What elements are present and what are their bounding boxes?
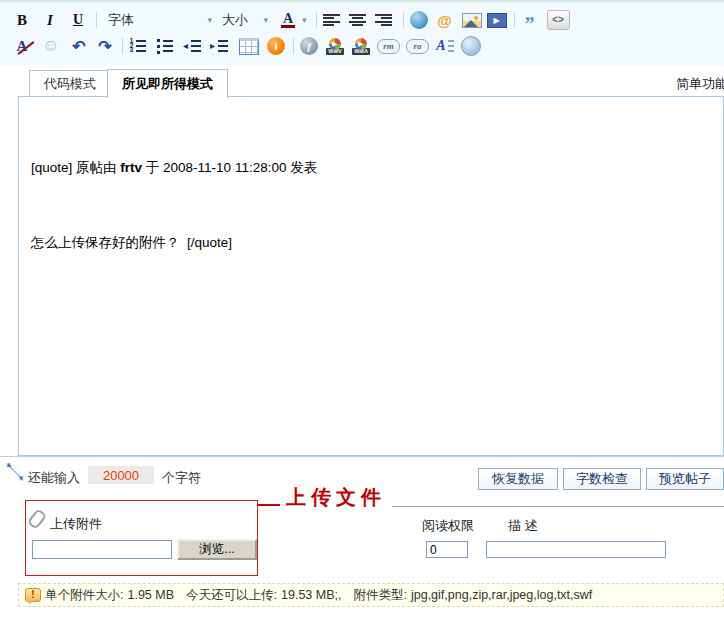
unordered-list-icon	[157, 39, 173, 54]
realmedia-rm-icon: rm	[377, 39, 400, 54]
globe-link-icon	[410, 11, 428, 29]
types-value: jpg,gif,png,zip,rar,jpeg,log,txt,swf	[411, 588, 592, 602]
flash-icon: f	[300, 37, 318, 55]
description-label: 描 述	[508, 517, 538, 535]
separator	[514, 12, 515, 28]
description-input[interactable]	[486, 541, 666, 558]
insert-quote-button[interactable]: ”	[520, 9, 540, 31]
separator	[316, 12, 317, 28]
at-sign-icon: @	[437, 12, 452, 29]
annotation-leader-line	[258, 504, 280, 506]
italic-button[interactable]: I	[40, 9, 60, 31]
font-size-label: 大小	[222, 11, 248, 29]
film-icon: ▶	[487, 13, 507, 28]
info-button[interactable]: i	[266, 35, 286, 57]
insert-code-button[interactable]: <>	[547, 10, 570, 30]
font-color-icon: A	[281, 12, 295, 28]
wmv-icon: ▶	[329, 38, 341, 50]
counter-prefix-label: 还能输入	[28, 469, 80, 487]
remove-format-button[interactable]: A	[12, 35, 32, 57]
resize-up-icon: ▲	[5, 461, 13, 469]
font-color-button[interactable]: A	[278, 9, 298, 31]
toolbar-row-2: A ☺ ↶ ↷ 123	[12, 34, 481, 58]
insert-ra-button[interactable]: ra	[406, 35, 429, 57]
font-family-label: 字体	[108, 11, 134, 29]
align-right-button[interactable]	[374, 9, 394, 31]
remote-globe-button[interactable]	[461, 35, 481, 57]
image-icon	[462, 13, 482, 28]
browse-button[interactable]: 浏览...	[177, 539, 257, 560]
unordered-list-button[interactable]	[155, 35, 175, 57]
globe-icon	[461, 36, 481, 56]
insert-rm-button[interactable]: rm	[377, 35, 400, 57]
editor-content: [quote] 原帖由 frtv 于 2008-11-10 11:28:00 发…	[19, 97, 723, 313]
types-label: 附件类型:	[353, 587, 406, 604]
remove-format-icon: A	[17, 38, 28, 55]
smiley-button[interactable]: ☺	[41, 35, 61, 57]
upload-annotation-box	[25, 500, 258, 576]
underline-button[interactable]: U	[68, 9, 88, 31]
read-permission-input[interactable]	[426, 541, 468, 558]
quota-value: 19.53 MB;,	[281, 588, 341, 602]
align-left-icon	[323, 14, 340, 27]
outdent-button[interactable]: ◂	[182, 35, 202, 57]
attach-size-label: 单个附件大小:	[45, 587, 123, 604]
editor-toolbar: B I U 字体 ▾ 大小 ▾ A ▾	[0, 0, 724, 65]
text-style-button[interactable]: A	[435, 35, 455, 57]
info-icon: i	[267, 37, 285, 55]
outdent-icon: ◂	[183, 40, 201, 52]
separator	[293, 38, 294, 54]
bold-button[interactable]: B	[12, 9, 32, 31]
remaining-chars-counter: 20000	[88, 466, 154, 484]
read-permission-label: 阅读权限	[422, 517, 474, 535]
quote-datetime: 2008-11-10 11:28:00	[163, 160, 286, 175]
post-editor-page: B I U 字体 ▾ 大小 ▾ A ▾	[0, 0, 724, 622]
redo-button[interactable]: ↷	[95, 35, 115, 57]
undo-button[interactable]: ↶	[69, 35, 89, 57]
word-count-button[interactable]: 字数检查	[563, 468, 641, 490]
align-left-button[interactable]	[322, 9, 342, 31]
toolbar-row-1: B I U 字体 ▾ 大小 ▾ A ▾	[12, 8, 570, 32]
font-family-dropdown[interactable]: 字体 ▾	[108, 11, 212, 29]
upload-attachment-label: 上传附件	[50, 515, 102, 533]
separator	[122, 38, 123, 54]
chevron-down-icon[interactable]: ▾	[302, 15, 307, 25]
tab-code-mode[interactable]: 代码模式	[29, 70, 111, 97]
ordered-list-button[interactable]: 123	[128, 35, 148, 57]
insert-wmv-button[interactable]: ▶ WMV	[325, 35, 345, 57]
preview-post-button[interactable]: 预览帖子	[646, 468, 724, 490]
indent-button[interactable]: ▸	[209, 35, 229, 57]
insert-link-button[interactable]	[409, 9, 429, 31]
insert-table-button[interactable]	[239, 35, 259, 57]
insert-wma-button[interactable]: ▶ WMA	[351, 35, 371, 57]
insert-email-button[interactable]: @	[435, 9, 455, 31]
insert-image-button[interactable]	[462, 9, 482, 31]
restore-data-button[interactable]: 恢复数据	[478, 468, 558, 490]
font-size-dropdown[interactable]: 大小 ▾	[222, 11, 268, 29]
attach-size-value: 1.95 MB	[127, 588, 174, 602]
tab-wysiwyg-mode[interactable]: 所见即所得模式	[107, 69, 228, 98]
wysiwyg-editor-area[interactable]: [quote] 原帖由 frtv 于 2008-11-10 11:28:00 发…	[18, 96, 724, 456]
editor-resize-handle[interactable]: ▲ ▼	[4, 461, 26, 483]
chevron-down-icon: ▾	[263, 15, 268, 25]
align-center-icon	[349, 14, 366, 27]
quota-label: 今天还可以上传:	[186, 587, 277, 604]
simple-functions-link[interactable]: 简单功能	[676, 75, 724, 93]
table-icon	[239, 38, 259, 55]
upload-annotation-text: 上传文件	[282, 484, 390, 511]
separator	[96, 12, 97, 28]
separator	[403, 12, 404, 28]
quote-line-2: 怎么上传保存好的附件？ [/quote]	[31, 230, 711, 255]
insert-video-button[interactable]: ▶	[487, 9, 507, 31]
quote-author: frtv	[120, 160, 142, 175]
realaudio-ra-icon: ra	[406, 39, 429, 54]
attachment-notice-bar: ! 单个附件大小: 1.95 MB 今天还可以上传: 19.53 MB;, 附件…	[18, 583, 724, 607]
align-right-icon	[375, 14, 392, 27]
warning-bubble-icon: !	[25, 588, 41, 602]
section-divider-line	[392, 506, 724, 507]
styled-text-icon: A	[436, 38, 453, 54]
attachment-file-input[interactable]	[32, 540, 172, 559]
quote-icon: ”	[525, 11, 535, 29]
align-center-button[interactable]	[348, 9, 368, 31]
insert-flash-button[interactable]: f	[299, 35, 319, 57]
